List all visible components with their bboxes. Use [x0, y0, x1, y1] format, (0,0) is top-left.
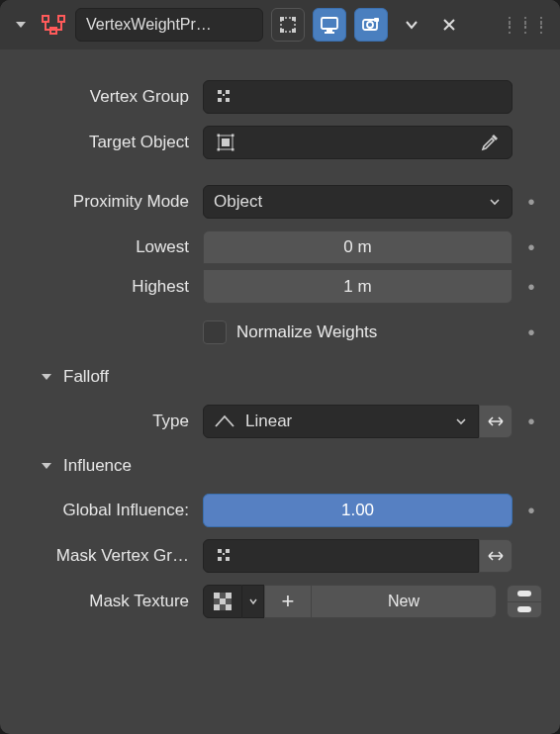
- influence-subpanel-header[interactable]: Influence: [40, 447, 542, 485]
- target-object-label: Target Object: [10, 133, 203, 152]
- global-influence-label: Global Influence:: [10, 501, 203, 520]
- animate-dot[interactable]: •: [520, 321, 542, 344]
- falloff-type-field: Linear: [203, 405, 513, 438]
- lowest-row: Lowest 0 m •: [10, 228, 542, 267]
- mask-vertex-group-input[interactable]: [203, 539, 479, 573]
- animate-dot[interactable]: •: [520, 191, 542, 214]
- svg-rect-37: [517, 591, 531, 596]
- svg-rect-31: [214, 598, 220, 604]
- svg-rect-19: [218, 135, 221, 138]
- falloff-type-row: Type Linear •: [10, 402, 542, 441]
- collapse-toggle[interactable]: [10, 14, 32, 36]
- texture-dropdown[interactable]: [242, 585, 264, 618]
- edit-mode-toggle[interactable]: [271, 8, 305, 42]
- modifier-name-text: VertexWeightPr…: [86, 16, 212, 34]
- modifier-name-field[interactable]: VertexWeightPr…: [75, 8, 263, 42]
- falloff-type-label: Type: [10, 412, 203, 431]
- normalize-row: Normalize Weights •: [10, 313, 542, 352]
- global-influence-slider[interactable]: 1.00: [203, 494, 513, 527]
- delete-modifier-button[interactable]: [435, 17, 463, 33]
- object-icon: [204, 126, 247, 159]
- svg-rect-15: [226, 98, 230, 102]
- modifier-type-icon: [40, 14, 67, 36]
- svg-rect-23: [218, 549, 222, 553]
- mask-vertex-group-label: Mask Vertex Gr…: [10, 546, 203, 566]
- vertex-group-field[interactable]: [203, 80, 513, 114]
- vertex-group-icon: [204, 539, 247, 573]
- normalize-checkbox[interactable]: [203, 321, 227, 344]
- modifier-body: Vertex Group Target Object Prox: [0, 49, 560, 641]
- svg-rect-21: [218, 148, 221, 151]
- influence-heading: Influence: [63, 456, 132, 476]
- svg-rect-35: [220, 604, 226, 610]
- target-object-row: Target Object: [10, 123, 542, 162]
- falloff-type-select[interactable]: Linear: [203, 405, 479, 438]
- animate-dot[interactable]: •: [520, 276, 542, 299]
- svg-rect-13: [226, 90, 230, 94]
- falloff-heading: Falloff: [63, 367, 109, 387]
- chevron-down-icon: [454, 416, 468, 426]
- vertex-group-label: Vertex Group: [10, 87, 203, 107]
- mask-texture-row: Mask Texture + New: [10, 582, 542, 621]
- svg-rect-38: [517, 606, 531, 612]
- normalize-field: Normalize Weights: [203, 316, 513, 349]
- falloff-type-value: Linear: [245, 412, 292, 431]
- svg-rect-5: [292, 17, 296, 21]
- falloff-subpanel-header[interactable]: Falloff: [40, 358, 542, 396]
- svg-rect-6: [280, 29, 284, 33]
- target-object-field[interactable]: [203, 126, 513, 159]
- animate-dot[interactable]: •: [520, 411, 542, 433]
- svg-rect-32: [220, 598, 226, 604]
- svg-rect-20: [232, 135, 234, 138]
- mask-vertex-group-row: Mask Vertex Gr…: [10, 536, 542, 576]
- svg-rect-17: [222, 138, 230, 146]
- svg-rect-34: [214, 604, 220, 610]
- svg-rect-1: [58, 16, 64, 22]
- proximity-mode-label: Proximity Mode: [10, 192, 203, 212]
- invert-falloff-button[interactable]: [479, 405, 513, 438]
- svg-rect-29: [220, 593, 226, 598]
- modifier-header: VertexWeightPr… ⋮⋮⋮⋮⋮⋮: [0, 0, 560, 49]
- animate-dot[interactable]: •: [520, 236, 542, 259]
- vertex-group-row: Vertex Group: [10, 77, 542, 117]
- global-influence-row: Global Influence: 1.00 •: [10, 491, 542, 530]
- svg-rect-28: [214, 593, 220, 598]
- proximity-mode-select[interactable]: Object: [203, 185, 513, 219]
- svg-rect-24: [226, 549, 230, 553]
- highest-field[interactable]: 1 m: [203, 270, 513, 304]
- animate-dot[interactable]: •: [520, 500, 542, 522]
- mask-texture-field: + New: [203, 585, 542, 618]
- normalize-label: Normalize Weights: [236, 322, 377, 342]
- lowest-value: 0 m: [343, 237, 371, 257]
- toggle-bottom-icon: [508, 602, 541, 618]
- texture-new-label: New: [388, 593, 420, 610]
- highest-label: Highest: [10, 277, 203, 297]
- texture-browse-button[interactable]: [203, 585, 242, 618]
- mask-texture-selector: + New: [203, 585, 497, 618]
- mask-texture-label: Mask Texture: [10, 592, 203, 611]
- svg-rect-14: [218, 98, 222, 102]
- proximity-mode-row: Proximity Mode Object •: [10, 182, 542, 222]
- invert-mask-button[interactable]: [479, 539, 513, 573]
- svg-rect-12: [218, 90, 222, 94]
- texture-add-button[interactable]: +: [264, 585, 312, 618]
- svg-rect-4: [280, 17, 284, 21]
- lowest-field[interactable]: 0 m: [203, 230, 513, 264]
- lowest-label: Lowest: [10, 237, 203, 257]
- modifier-extras-dropdown[interactable]: [396, 19, 427, 31]
- svg-rect-7: [292, 29, 296, 33]
- drag-handle[interactable]: ⋮⋮⋮⋮⋮⋮: [503, 19, 550, 31]
- chevron-down-icon: [488, 197, 502, 207]
- svg-rect-36: [226, 604, 232, 610]
- texture-new-button[interactable]: New: [312, 585, 497, 618]
- svg-rect-22: [232, 148, 234, 151]
- svg-rect-11: [374, 18, 379, 22]
- eyedropper-button[interactable]: [468, 133, 512, 152]
- toggle-top-icon: [508, 586, 541, 602]
- texture-channel-toggle[interactable]: [507, 585, 542, 618]
- highest-row: Highest 1 m •: [10, 267, 542, 307]
- display-viewport-toggle[interactable]: [313, 8, 346, 42]
- global-influence-value: 1.00: [341, 501, 374, 520]
- svg-rect-27: [223, 553, 225, 555]
- display-render-toggle[interactable]: [354, 8, 388, 42]
